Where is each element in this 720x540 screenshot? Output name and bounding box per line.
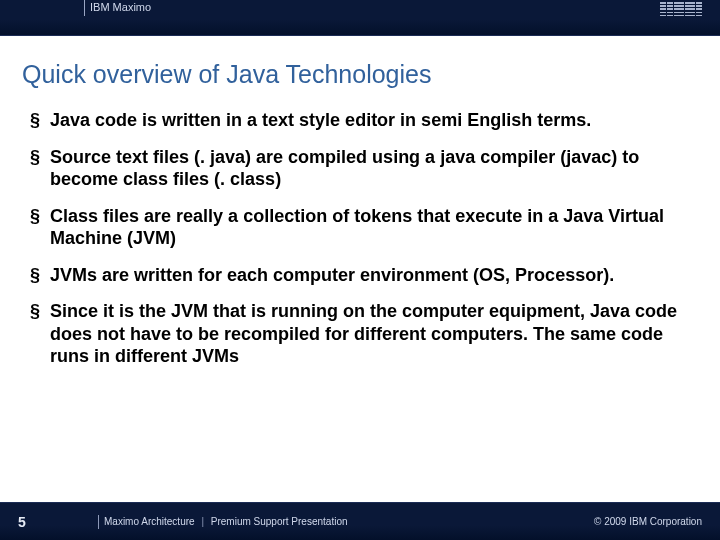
footer-divider [98,515,99,529]
header-divider [84,0,85,16]
ibm-logo-bar [674,2,684,16]
ibm-logo-bar [696,2,702,16]
list-item: Source text files (. java) are compiled … [50,146,698,191]
list-item: Java code is written in a text style edi… [50,109,698,132]
page-number: 5 [0,514,44,530]
list-item: JVMs are written for each computer envir… [50,264,698,287]
content-area: Quick overview of Java Technologies Java… [0,36,720,502]
list-item: Class files are really a collection of t… [50,205,698,250]
ibm-logo-bar [667,2,673,16]
ibm-logo-bar [685,2,695,16]
bullet-list: Java code is written in a text style edi… [22,109,698,368]
product-name: IBM Maximo [90,0,151,13]
breadcrumb-item: Maximo Architecture [104,516,195,527]
slide: IBM Maximo Quick overview of Java Techno… [0,0,720,540]
page-title: Quick overview of Java Technologies [22,60,698,89]
copyright-text: © 2009 IBM Corporation [594,516,720,527]
ibm-logo-bar [660,2,666,16]
breadcrumb-item: Premium Support Presentation [211,516,348,527]
breadcrumb-separator: | [197,516,208,527]
list-item: Since it is the JVM that is running on t… [50,300,698,368]
header-bar: IBM Maximo [0,0,720,36]
breadcrumb: Maximo Architecture | Premium Support Pr… [44,516,594,527]
footer-bar: 5 Maximo Architecture | Premium Support … [0,502,720,540]
ibm-logo [660,2,702,16]
